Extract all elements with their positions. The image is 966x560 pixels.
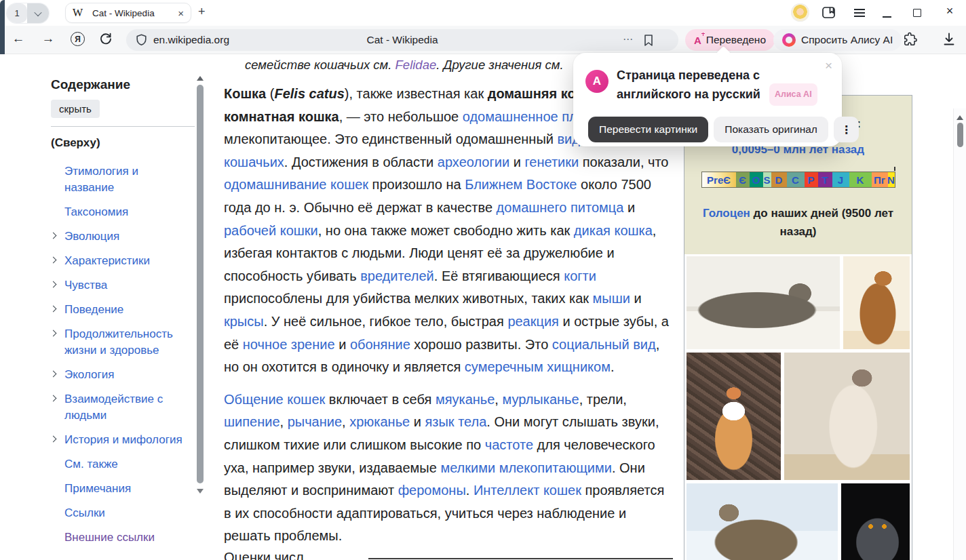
toc-item-label[interactable]: Взаимодействие с людьми bbox=[64, 393, 163, 422]
toc-item[interactable]: Экология bbox=[51, 367, 185, 383]
inline-link[interactable]: ночное зрение bbox=[243, 337, 335, 352]
inline-link[interactable]: генетики bbox=[524, 155, 579, 169]
toc-item-label[interactable]: Внешние ссылки bbox=[64, 531, 155, 544]
inline-link[interactable]: Интеллект кошек bbox=[474, 483, 581, 498]
inline-link[interactable]: реакция bbox=[507, 314, 559, 329]
maximize-button[interactable] bbox=[913, 9, 921, 17]
toc-item[interactable]: Взаимодействие с людьми bbox=[51, 391, 185, 424]
inline-link[interactable]: крысы bbox=[224, 314, 264, 329]
minimize-button[interactable] bbox=[883, 16, 891, 18]
popup-more-button[interactable]: ⋮ bbox=[834, 117, 859, 142]
inline-link[interactable]: мяуканье bbox=[436, 392, 495, 407]
toc-item-label[interactable]: Чувства bbox=[64, 279, 107, 292]
chevron-right-icon[interactable] bbox=[50, 371, 57, 378]
inline-link[interactable]: вредителей bbox=[360, 268, 434, 283]
toc-item[interactable]: Таксономия bbox=[51, 204, 185, 220]
cat-photo-tabby-cat-lying[interactable] bbox=[687, 256, 840, 349]
toc-item[interactable]: Продолжительность жизни и здоровье bbox=[51, 326, 185, 359]
inline-link[interactable]: мыши bbox=[593, 291, 630, 306]
inline-link[interactable]: мурлыканье bbox=[502, 392, 579, 407]
bookmark-icon[interactable] bbox=[643, 34, 654, 47]
inline-link[interactable]: дикая кошка bbox=[574, 223, 653, 238]
popup-close-icon[interactable]: × bbox=[825, 58, 832, 73]
toc-item-label[interactable]: Поведение bbox=[64, 303, 123, 316]
extensions-puzzle-icon[interactable] bbox=[902, 32, 917, 47]
toc-item-label[interactable]: История и мифология bbox=[64, 433, 182, 446]
geologic-timeline[interactable]: PreЄЄOSDCPTJKПгN bbox=[701, 172, 895, 188]
chevron-right-icon[interactable] bbox=[50, 281, 57, 288]
inline-link[interactable]: язык тела bbox=[425, 414, 486, 429]
cat-photo-abyssinian-cat-sitting[interactable] bbox=[843, 256, 910, 349]
inline-link[interactable]: хрюканье bbox=[349, 414, 410, 429]
timeline-period-O[interactable]: O bbox=[750, 172, 763, 187]
menu-icon[interactable] bbox=[854, 9, 865, 17]
toc-item[interactable]: Внешние ссылки bbox=[51, 529, 185, 546]
tab-counter[interactable]: 1 bbox=[7, 3, 27, 23]
translate-images-button[interactable]: Перевести картинки bbox=[588, 117, 708, 142]
inline-link[interactable]: одомашнивание кошек bbox=[224, 177, 368, 192]
toc-item[interactable]: Эволюция bbox=[51, 228, 185, 245]
toc-item-label[interactable]: Этимология и название bbox=[64, 165, 138, 194]
more-actions-icon[interactable]: ⋯ bbox=[623, 33, 634, 45]
timeline-period-C[interactable]: C bbox=[787, 172, 805, 187]
cat-photo-ginger-white-cat[interactable] bbox=[687, 353, 781, 480]
reload-icon[interactable] bbox=[99, 32, 113, 46]
toc-scrollbar-thumb[interactable] bbox=[197, 85, 204, 483]
inline-link[interactable]: домашнего питомца bbox=[497, 200, 624, 215]
chevron-right-icon[interactable] bbox=[50, 257, 57, 264]
chevron-right-icon[interactable] bbox=[50, 330, 57, 337]
inline-link[interactable]: обоняние bbox=[350, 337, 410, 352]
timeline-period-PreЄ[interactable]: PreЄ bbox=[702, 172, 736, 187]
forward-icon[interactable]: → bbox=[39, 31, 57, 46]
toc-item-label[interactable]: Характеристики bbox=[64, 254, 150, 267]
inline-link[interactable]: шипение bbox=[224, 414, 280, 429]
inline-link[interactable]: феромоны bbox=[398, 483, 466, 498]
inline-link[interactable]: социальный вид bbox=[552, 337, 656, 352]
inline-link[interactable]: рычание bbox=[288, 414, 342, 429]
cat-photo-gray-cat-dark[interactable] bbox=[841, 483, 910, 560]
tab-cat-wikipedia[interactable]: W Cat - Wikipedia × bbox=[65, 3, 191, 23]
toc-item-label[interactable]: См. также bbox=[64, 458, 118, 471]
timeline-period-Пг[interactable]: Пг bbox=[872, 172, 888, 187]
toc-item[interactable]: Примечания bbox=[51, 481, 185, 497]
inline-link[interactable]: рабочей кошки bbox=[224, 223, 318, 238]
toc-hide-button[interactable]: скрыть bbox=[51, 100, 100, 118]
tab-close-icon[interactable]: × bbox=[178, 7, 184, 19]
side-panel-icon[interactable] bbox=[822, 7, 836, 19]
inline-link[interactable]: частоте bbox=[485, 437, 533, 452]
toc-item[interactable]: См. также bbox=[51, 456, 185, 473]
ask-alice-button[interactable]: Спросить Алису AI bbox=[773, 29, 902, 51]
holocene-link[interactable]: Голоцен bbox=[703, 207, 750, 220]
timeline-period-J[interactable]: J bbox=[832, 172, 849, 187]
address-bar[interactable]: en.wikipedia.org Cat - Wikipedia ⋯ bbox=[126, 29, 678, 51]
chevron-right-icon[interactable] bbox=[50, 395, 57, 402]
tab-group-pill[interactable]: 1 bbox=[7, 3, 49, 23]
profile-avatar[interactable] bbox=[791, 3, 809, 22]
show-original-button[interactable]: Показать оригинал bbox=[714, 117, 828, 142]
scroll-up-icon[interactable] bbox=[957, 115, 963, 120]
inline-link[interactable]: Felidae bbox=[395, 58, 437, 72]
chevron-right-icon[interactable] bbox=[50, 306, 57, 313]
inline-link[interactable]: когти bbox=[564, 268, 596, 283]
timeline-period-S[interactable]: S bbox=[763, 172, 771, 187]
toc-item[interactable]: Поведение bbox=[51, 302, 185, 318]
inline-link[interactable]: Общение кошек bbox=[224, 392, 325, 407]
inline-link[interactable]: археологии bbox=[438, 155, 509, 169]
timeline-period-T[interactable]: T bbox=[818, 172, 832, 187]
timeline-period-K[interactable]: K bbox=[849, 172, 872, 187]
scroll-down-icon[interactable] bbox=[197, 489, 204, 494]
tab-group-chevron-button[interactable] bbox=[27, 3, 49, 23]
translated-button[interactable]: A Переведено bbox=[685, 29, 775, 51]
toc-item[interactable]: История и мифология bbox=[51, 432, 185, 448]
toc-item-label[interactable]: Таксономия bbox=[64, 205, 128, 218]
cat-photo-tabby-cat-snow[interactable] bbox=[687, 483, 838, 560]
timeline-period-D[interactable]: D bbox=[771, 172, 787, 187]
scroll-up-icon[interactable] bbox=[197, 76, 204, 81]
toc-item[interactable]: Характеристики bbox=[51, 253, 185, 269]
toc-item[interactable]: Ссылки bbox=[51, 505, 185, 521]
chevron-right-icon[interactable] bbox=[50, 233, 57, 239]
inline-link[interactable]: кошачьих bbox=[224, 155, 284, 169]
timeline-period-Є[interactable]: Є bbox=[736, 172, 750, 187]
yandex-home-icon[interactable]: Я bbox=[71, 32, 85, 46]
toc-item-label[interactable]: Продолжительность жизни и здоровье bbox=[64, 327, 173, 357]
